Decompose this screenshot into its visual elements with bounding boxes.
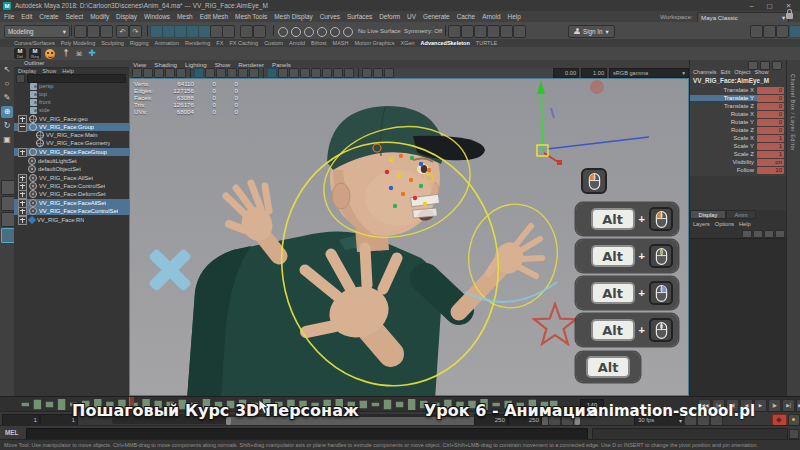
move-tool-icon[interactable]: ⊕ [1, 106, 13, 118]
xray-icon[interactable] [373, 68, 383, 78]
select-camera-icon[interactable] [132, 68, 142, 78]
menu-deform[interactable]: Deform [379, 13, 400, 20]
rotate-tool-icon[interactable]: ↻ [1, 120, 13, 132]
symmetry-label[interactable]: Symmetry: Off [404, 28, 442, 34]
wireframe-icon[interactable] [267, 68, 277, 78]
outliner-item-defaultlightset[interactable]: defaultLightSet [14, 157, 141, 165]
image-plane-icon[interactable] [176, 68, 186, 78]
launch-render-icon[interactable] [513, 25, 526, 38]
shelf-tab[interactable]: TURTLE [476, 40, 497, 46]
new-empty-layer-icon[interactable] [742, 230, 752, 238]
outliner-item-front[interactable]: front [14, 98, 143, 106]
menu-modify[interactable]: Modify [90, 13, 109, 20]
menu-file[interactable]: File [4, 13, 14, 20]
menu-help[interactable]: Help [508, 13, 521, 20]
shelf-tab-advancedskeleton[interactable]: AdvancedSkeleton [421, 40, 470, 46]
menu-arnold[interactable]: Arnold [482, 13, 500, 20]
expand-icon[interactable] [18, 216, 27, 225]
render-view-icon[interactable] [448, 25, 461, 38]
save-scene-icon[interactable] [100, 25, 113, 38]
tab-channel-box-layer-editor[interactable]: Channel Box / Layer Editor [790, 74, 796, 151]
layer-list[interactable] [690, 238, 787, 397]
new-layer-selected-icon[interactable] [753, 230, 763, 238]
shelf-item-skull-icon[interactable]: ☠ [73, 48, 85, 59]
move-layer-up-icon[interactable] [764, 230, 774, 238]
move-layer-down-icon[interactable] [775, 230, 785, 238]
maximize-button[interactable]: ▢ [762, 1, 777, 10]
channels-menu[interactable]: Channels [693, 69, 717, 75]
menu-mesh-display[interactable]: Mesh Display [274, 13, 312, 20]
outliner-menu-show[interactable]: Show [42, 68, 56, 74]
tab-anim-layers[interactable]: Anim [726, 210, 756, 219]
channel-rotate-x[interactable]: Rotate X0 [690, 110, 787, 118]
shelf-item-mel-req[interactable]: M Req [29, 48, 41, 59]
edit-menu[interactable]: Edit [721, 69, 731, 75]
shelf-tab[interactable]: Poly Modeling [61, 40, 96, 46]
new-scene-icon[interactable] [74, 25, 87, 38]
outliner-item-persp[interactable]: persp [14, 82, 143, 90]
field-chart-icon[interactable] [238, 68, 248, 78]
sidebar-toggle-attreditor-icon[interactable] [763, 25, 776, 38]
lock-selection-icon[interactable] [240, 25, 253, 38]
shelf-tab[interactable]: Curves/Surfaces [14, 40, 55, 46]
move-manipulator[interactable] [537, 80, 649, 165]
shelf-tab[interactable]: FX Caching [229, 40, 258, 46]
menu-edit[interactable]: Edit [21, 13, 32, 20]
bookmark-icon[interactable] [165, 68, 175, 78]
channel-scale-z[interactable]: Scale Z1 [690, 150, 787, 158]
panel-menu-view[interactable]: View [133, 61, 146, 68]
shelf-tab[interactable]: FX [216, 40, 223, 46]
exposure-field[interactable]: 0.00 [553, 68, 579, 78]
outliner-menu-help[interactable]: Help [62, 68, 74, 74]
channelbox-speed-icon[interactable] [772, 61, 782, 70]
shelf-tab[interactable]: Rigging [130, 40, 149, 46]
shelf-tab[interactable]: Sculpting [101, 40, 124, 46]
motion-blur-icon[interactable] [333, 68, 343, 78]
menuset-dropdown[interactable]: Modeling▾ [4, 25, 70, 38]
menu-surfaces[interactable]: Surfaces [347, 13, 372, 20]
select-component-icon[interactable] [304, 27, 314, 37]
anti-alias-icon[interactable] [344, 68, 354, 78]
shelf-tab[interactable]: Arnold [289, 40, 305, 46]
outliner-menu-display[interactable]: Display [18, 68, 36, 74]
outliner-item-facecontrolset[interactable]: VV_RIG_Face:FaceControlSet [14, 207, 131, 215]
shelf-tab[interactable]: Rendering [185, 40, 210, 46]
channel-translate-x[interactable]: Translate X0 [690, 86, 787, 94]
mel-input[interactable] [26, 428, 588, 440]
ipr-render-icon[interactable] [474, 25, 487, 38]
star-control[interactable] [534, 304, 576, 344]
select-mask-icon[interactable] [317, 27, 327, 37]
outliner-item-allset[interactable]: VV_RIG_Face:AllSet [14, 174, 131, 182]
menu-windows[interactable]: Windows [144, 13, 170, 20]
shelf-tab[interactable]: MASH [333, 40, 349, 46]
channel-translate-y[interactable]: Translate Y0 [690, 94, 787, 102]
outliner-item-faceallset[interactable]: VV_RIG_Face:FaceAllSet [14, 199, 131, 207]
show-menu[interactable]: Show [754, 69, 768, 75]
lock-camera-icon[interactable] [143, 68, 153, 78]
resolution-gate-icon[interactable] [216, 68, 226, 78]
shelf-tab[interactable]: Bifrost [311, 40, 327, 46]
menu-select[interactable]: Select [66, 13, 84, 20]
x-cross-control[interactable] [148, 248, 192, 292]
xray-joints-icon[interactable] [384, 68, 394, 78]
panel-menu-lighting[interactable]: Lighting [185, 61, 207, 68]
menu-cache[interactable]: Cache [457, 13, 475, 20]
mel-label[interactable]: MEL [5, 429, 19, 436]
shelf-item-smiley-icon[interactable] [45, 49, 55, 59]
sidebar-toggle-toolsettings-icon[interactable] [776, 25, 789, 38]
menu-display[interactable]: Display [116, 13, 137, 20]
channel-visibility[interactable]: Visibilityon [690, 158, 787, 166]
character-head[interactable] [327, 106, 485, 236]
outliner-item-deformset[interactable]: VV_RIG_Face:DeformSet [14, 190, 131, 198]
channel-translate-z[interactable]: Translate Z0 [690, 102, 787, 110]
options-menu[interactable]: Options [715, 221, 734, 227]
paint-select-tool-icon[interactable]: ✎ [1, 92, 13, 104]
snap-together-icon[interactable] [222, 25, 235, 38]
layout-single-pane-button[interactable] [1, 180, 15, 195]
channel-scale-x[interactable]: Scale X1 [690, 134, 787, 142]
expand-icon[interactable] [18, 207, 27, 216]
tab-display-layers[interactable]: Display [690, 210, 726, 219]
outliner-item-geo[interactable]: VV_RIG_Face:geo [14, 115, 131, 123]
use-all-lights-icon[interactable] [300, 68, 310, 78]
menu-generate[interactable]: Generate [423, 13, 450, 20]
